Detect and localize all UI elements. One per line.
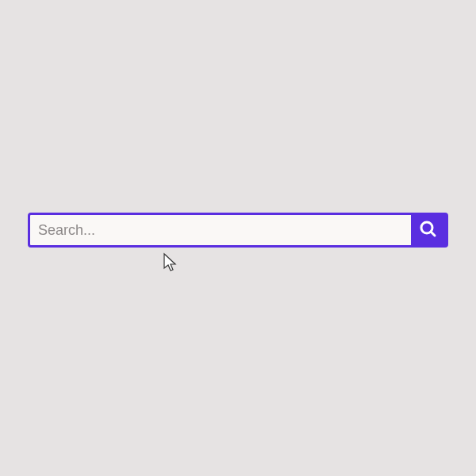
search-bar bbox=[28, 213, 448, 248]
search-input[interactable] bbox=[30, 215, 411, 245]
search-icon bbox=[419, 220, 438, 241]
svg-line-1 bbox=[431, 232, 435, 236]
search-button[interactable] bbox=[411, 215, 446, 245]
cursor-icon bbox=[163, 252, 178, 274]
